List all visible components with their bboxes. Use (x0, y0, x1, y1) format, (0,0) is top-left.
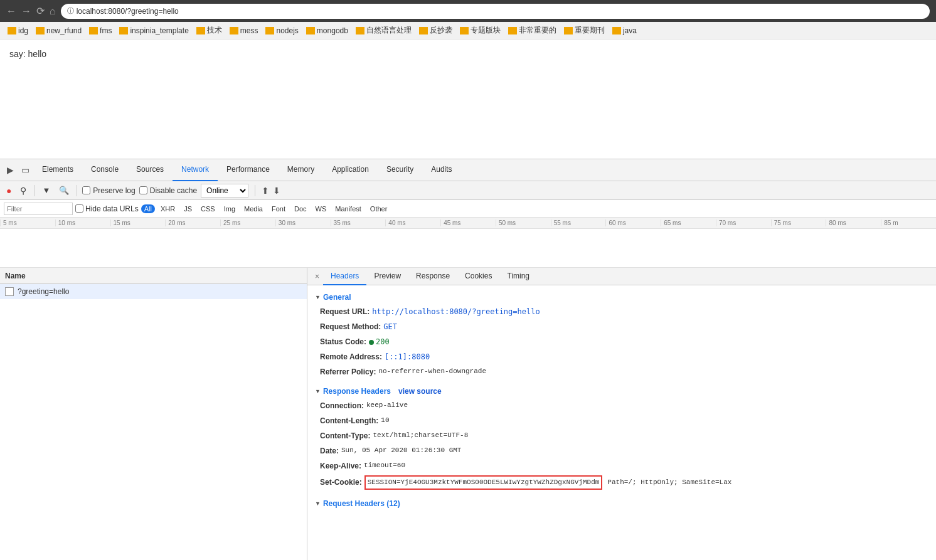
detail-tabs-bar: × Headers Preview Response Cookies Timin… (307, 268, 936, 285)
devtools: ▶ ▭ Elements Console Sources Network Per… (0, 159, 936, 560)
preserve-log-text: Preserve log (93, 186, 135, 195)
filter-ws-button[interactable]: WS (312, 204, 330, 213)
tab-console[interactable]: Console (82, 159, 127, 181)
detail-tab-cookies[interactable]: Cookies (457, 268, 499, 285)
disable-cache-text: Disable cache (150, 186, 197, 195)
bookmark-folder-icon (419, 27, 428, 34)
table-row[interactable]: ?greeting=hello (0, 284, 307, 299)
back-button[interactable]: ← (6, 6, 16, 17)
home-button[interactable]: ⌂ (50, 6, 56, 17)
tab-sources[interactable]: Sources (127, 159, 173, 181)
device-toolbar-button[interactable]: ▭ (18, 162, 33, 177)
filter-manifest-button[interactable]: Manifest (332, 204, 364, 213)
record-button[interactable]: ● (4, 184, 14, 197)
bookmark-item[interactable]: 技术 (194, 24, 225, 37)
split-pane: Name ?greeting=hello × Headers Preview R… (0, 268, 936, 560)
filter-bar: Hide data URLs All XHR JS CSS Img Media … (0, 200, 936, 218)
filter-media-button[interactable]: Media (241, 204, 266, 213)
tick-5ms: 5 ms (0, 219, 55, 226)
bookmark-item[interactable]: nodejs (263, 25, 300, 36)
lock-icon: ⓘ (67, 6, 74, 16)
tab-memory[interactable]: Memory (279, 159, 323, 181)
bookmark-folder-icon (36, 27, 45, 34)
request-headers-section-header[interactable]: Request Headers (12) (307, 497, 936, 510)
bookmark-folder-icon (564, 27, 573, 34)
date-key: Date: (320, 445, 339, 457)
detail-tab-response[interactable]: Response (408, 268, 457, 285)
reload-button[interactable]: ⟳ (36, 5, 45, 17)
preserve-log-label[interactable]: Preserve log (82, 186, 135, 195)
tick-55ms: 55 ms (551, 219, 606, 226)
bookmark-item[interactable]: 非常重要的 (506, 24, 559, 37)
content-length-key: Content-Length: (320, 415, 378, 426)
bookmark-item[interactable]: fms (87, 25, 114, 36)
tab-security[interactable]: Security (378, 159, 422, 181)
filter-icon-button[interactable]: ▼ (40, 184, 53, 196)
export-icon[interactable]: ⬇ (273, 186, 280, 196)
detail-tab-timing[interactable]: Timing (499, 268, 537, 285)
inspect-icon-button[interactable]: ▶ (3, 162, 18, 177)
tick-30ms: 30 ms (275, 219, 331, 226)
bookmark-item[interactable]: 重要期刊 (561, 24, 607, 37)
filter-js-button[interactable]: JS (181, 204, 195, 213)
set-cookie-val: SESSION=YjE4OGU3MzktYWFmOS00ODE5LWIwYzgt… (364, 475, 603, 490)
tick-40ms: 40 ms (385, 219, 440, 226)
bookmark-item[interactable]: mess (227, 25, 261, 36)
tab-audits[interactable]: Audits (422, 159, 460, 181)
general-section-header[interactable]: General (307, 290, 936, 304)
bookmark-item[interactable]: idg (5, 25, 31, 36)
filter-img-button[interactable]: Img (221, 204, 238, 213)
network-toolbar: ● ⚲ ▼ 🔍 Preserve log Disable cache Onlin… (0, 181, 936, 200)
bookmark-item[interactable]: inspinia_template (117, 25, 191, 36)
content-type-row: Content-Type: text/html;charset=UTF-8 (307, 428, 936, 443)
bookmark-folder-icon (265, 27, 274, 34)
address-bar[interactable]: ⓘ localhost:8080/?greeting=hello (61, 4, 930, 19)
status-code-key: Status Code: (320, 336, 366, 347)
disable-cache-checkbox[interactable] (139, 186, 147, 194)
throttle-select[interactable]: Online Offline Slow 3G Fast 3G (201, 184, 248, 198)
bookmark-item[interactable]: java (610, 25, 639, 36)
request-headers-title: Request Headers (12) (323, 499, 400, 508)
bookmark-folder-icon (356, 27, 364, 34)
bookmark-item[interactable]: 反抄袭 (417, 24, 455, 37)
bookmark-label: java (623, 26, 637, 35)
response-headers-section-header[interactable]: Response Headers view source (307, 384, 936, 398)
filter-css-button[interactable]: CSS (198, 204, 218, 213)
browser-chrome: ← → ⟳ ⌂ ⓘ localhost:8080/?greeting=hello (0, 0, 936, 22)
filter-all-button[interactable]: All (141, 204, 155, 213)
bookmark-label: 反抄袭 (430, 25, 452, 36)
tab-performance[interactable]: Performance (218, 159, 279, 181)
tick-65ms: 65 ms (661, 219, 716, 226)
filter-xhr-button[interactable]: XHR (157, 204, 178, 213)
bookmark-label: mess (240, 26, 258, 35)
bookmark-folder-icon (612, 27, 621, 34)
search-button[interactable]: 🔍 (56, 184, 72, 196)
bookmark-item[interactable]: 自然语言处理 (353, 24, 414, 37)
hide-data-urls-label[interactable]: Hide data URLs (75, 204, 139, 213)
general-section-title: General (323, 293, 351, 302)
preserve-log-checkbox[interactable] (82, 186, 90, 194)
bookmark-label: new_rfund (46, 26, 82, 35)
disable-cache-label[interactable]: Disable cache (139, 186, 197, 195)
request-method-key: Request Method: (320, 321, 381, 332)
close-detail-button[interactable]: × (311, 272, 323, 281)
view-source-link[interactable]: view source (398, 387, 442, 396)
connection-row: Connection: keep-alive (307, 398, 936, 413)
filter-input[interactable] (4, 203, 73, 215)
tab-network[interactable]: Network (173, 159, 218, 181)
bookmark-item[interactable]: 专题版块 (457, 24, 503, 37)
filter-font-button[interactable]: Font (269, 204, 289, 213)
clear-button[interactable]: ⚲ (18, 184, 29, 197)
import-icon[interactable]: ⬆ (262, 186, 269, 196)
tab-application[interactable]: Application (323, 159, 378, 181)
hide-data-urls-checkbox[interactable] (75, 204, 83, 213)
bookmark-item[interactable]: mongodb (304, 25, 351, 36)
filter-other-button[interactable]: Other (367, 204, 391, 213)
tab-elements[interactable]: Elements (33, 159, 82, 181)
filter-doc-button[interactable]: Doc (291, 204, 310, 213)
forward-button[interactable]: → (21, 6, 31, 17)
bookmark-item[interactable]: new_rfund (33, 25, 84, 36)
detail-tab-headers[interactable]: Headers (323, 268, 366, 285)
bookmark-label: 重要期刊 (575, 25, 605, 36)
detail-tab-preview[interactable]: Preview (366, 268, 408, 285)
